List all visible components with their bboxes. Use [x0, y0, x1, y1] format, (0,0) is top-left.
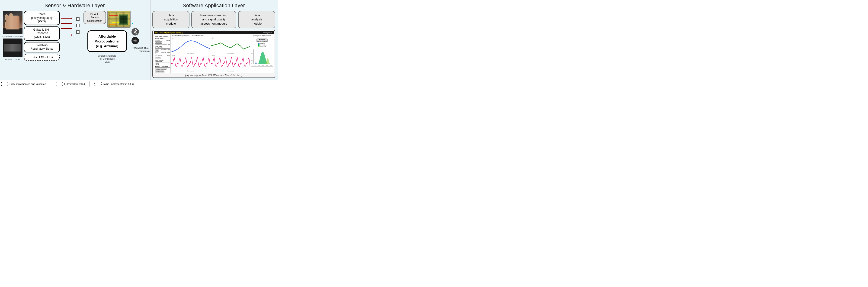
- svg-rect-22: [117, 12, 117, 13]
- svg-rect-6: [3, 28, 23, 34]
- app-title-right: Anonymized: [263, 32, 272, 34]
- checkbox-breathing: [76, 30, 80, 34]
- eda-time-label: Time (seconds): [187, 53, 194, 54]
- comm-arrow-head: [132, 23, 133, 24]
- photos-col: Piezo-Electric Sensing Strip: [2, 11, 23, 60]
- svg-rect-51: [136, 40, 136, 41]
- screenshot-app: Real Time Physiological Sensing Anonymiz…: [154, 31, 274, 73]
- eda2-time-label: Time (seconds): [227, 53, 234, 54]
- usb-svg: [133, 38, 137, 43]
- micro-col: FlexibleSensorConfiguration: [84, 11, 130, 63]
- hardware-layout: Piezo-Electric Sensing Strip: [2, 11, 147, 63]
- icons-col: [131, 28, 139, 44]
- psd-svg: 0.10 0.15 0.20 0.30 0.40 0 0.2 0.4 0.: [251, 48, 273, 66]
- app-left-panel: Experiment Controls Device Setup Com Por…: [154, 34, 171, 73]
- svg-rect-42: [119, 19, 119, 19]
- stop-recording-btn[interactable]: Stop Recording: [155, 70, 164, 73]
- ppg-label: PPG Finger: [172, 55, 177, 57]
- legend-row: Fully implemented and validated Fully im…: [0, 80, 278, 88]
- checkbox-ppg: [76, 18, 80, 21]
- svg-rect-12: [14, 46, 16, 47]
- legend-item-2: 0.04-0.15 Hz: [258, 44, 267, 46]
- svg-rect-44: [128, 16, 128, 17]
- panels-row: Sensor & Hardware Layer: [0, 0, 278, 80]
- left-panel-title: Sensor & Hardware Layer: [2, 3, 147, 8]
- usb-icon: [131, 37, 139, 44]
- breadboard-bg: [107, 11, 130, 27]
- arr-line-gsr: [61, 23, 71, 24]
- condition-c: C. Hard: [155, 64, 159, 65]
- load-btn[interactable]: Load: [155, 49, 159, 52]
- svg-rect-0: [5, 15, 8, 29]
- svg-rect-4: [9, 19, 13, 21]
- svg-rect-30: [126, 12, 126, 13]
- arr-head-ecg: [71, 34, 72, 36]
- disconnect-btn[interactable]: Disconnect: [155, 41, 162, 44]
- breathing-badge: BreathingSignal Analysis: [256, 38, 268, 42]
- participant-row: Participant ID P202: [155, 55, 170, 56]
- arr-line-ppg: [61, 18, 71, 19]
- svg-rect-43: [119, 20, 119, 21]
- analog-channels-label: Analog Channelsfor ContinuousData: [98, 54, 116, 63]
- ppg-svg: [172, 55, 210, 72]
- svg-rect-5: [14, 21, 18, 23]
- stop-live-btn[interactable]: Stop Live Acquisition: [155, 68, 167, 70]
- legend-box-dashed: [94, 82, 102, 86]
- legend-item-dashed: To be implemented in future: [94, 82, 134, 86]
- ext-sync-row: External Sync Running Client: [155, 44, 170, 45]
- psd-legend: 0-0.04 Hz 0.04-0.15 Hz 0.15-0.4 Hz: [258, 43, 267, 47]
- finger-photo: [3, 11, 23, 34]
- module-data-acq: Dataacquisitionmodule: [152, 11, 189, 28]
- legend-item-solid-thick: Fully implemented and validated: [1, 82, 46, 86]
- legend-color-2: [258, 44, 259, 46]
- svg-rect-27: [122, 12, 123, 13]
- comm-arrow-blue: [131, 23, 133, 24]
- legend-box-solid: [1, 82, 8, 86]
- bluetooth-svg: [133, 29, 137, 34]
- baseline-btn[interactable]: baseline: [155, 57, 161, 59]
- belt-bg: [3, 38, 23, 57]
- legend-label-2: 0.04-0.15 Hz: [260, 44, 267, 46]
- svg-rect-38: [119, 15, 128, 25]
- com-port-lbl: Com Port: [155, 39, 159, 41]
- arrow-breathing: [61, 28, 72, 29]
- software-layout: Dataacquisitionmodule Real-time streamin…: [152, 11, 275, 78]
- microcontroller-box: AffordableMicrocontroller(e.g. Arduino): [87, 30, 127, 52]
- right-panel-title: Software Application Layer: [152, 3, 275, 8]
- svg-rect-29: [125, 12, 125, 13]
- left-panel: Sensor & Hardware Layer: [0, 0, 150, 80]
- legend-box-light: [56, 82, 63, 86]
- running-exp-lbl: Running Experiment: [155, 66, 170, 67]
- bluetooth-area: [131, 23, 133, 24]
- legend-label-3: 0.15-0.4 Hz: [260, 46, 266, 47]
- arr-line-breathing: [61, 28, 71, 29]
- real-time-plotting-lbl: Real-Time Plotting of Signals: [172, 35, 189, 36]
- svg-rect-21: [116, 12, 116, 13]
- com-port-val: COM1: [166, 39, 170, 41]
- sensors-col: Photo-plethysmography(PPG) Galvanic Skin…: [24, 11, 60, 61]
- svg-rect-3: [5, 20, 8, 22]
- module-data-analysis: Dataanalysismodule: [238, 11, 275, 28]
- psd-container: Power Spectral Density (PSD) for Frequen…: [250, 34, 274, 73]
- os-support-text: (supporting multiple OS; Windows/ Mac OS…: [154, 74, 274, 77]
- svg-text:0: 0: [251, 63, 252, 64]
- breadboard-photo: [107, 11, 130, 28]
- svg-rect-28: [124, 12, 124, 13]
- svg-rect-45: [128, 18, 128, 18]
- eda-chart: EDA Time (seconds): [171, 37, 210, 54]
- main-container: Sensor & Hardware Layer: [0, 0, 278, 88]
- svg-text:Frequency (Hz): Frequency (Hz): [259, 65, 266, 66]
- load-val: exp_config_or_join: [161, 49, 170, 52]
- svg-rect-11: [10, 46, 11, 47]
- right-panel: Software Application Layer Dataacquisiti…: [150, 0, 278, 80]
- arrow-gsr: [61, 23, 72, 24]
- svg-rect-23: [118, 12, 119, 13]
- exp-spec-lbl: Experiment Specification: [155, 46, 170, 49]
- arr-head-gsr: [71, 23, 72, 24]
- svg-rect-8: [4, 44, 21, 48]
- finger-sensor-svg: [3, 11, 23, 34]
- legend-label-light: Fully implemented: [64, 83, 85, 85]
- svg-rect-41: [119, 18, 119, 18]
- svg-point-52: [135, 39, 136, 39]
- svg-rect-1: [9, 13, 13, 29]
